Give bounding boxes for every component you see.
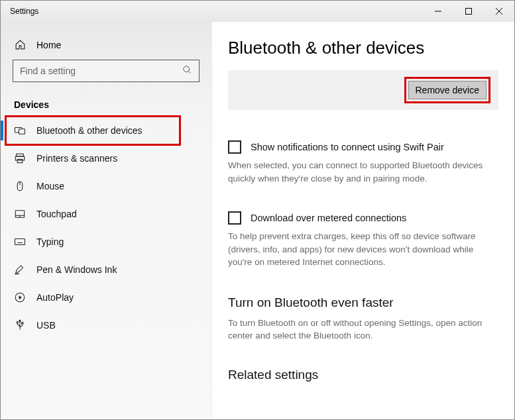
touchpad-icon [14, 208, 26, 220]
minimize-icon [435, 8, 441, 15]
sidebar-item-label: Pen & Windows Ink [36, 264, 117, 275]
sidebar-item-label: Typing [36, 236, 64, 247]
metered-option: Download over metered connections [228, 211, 498, 225]
metered-description: To help prevent extra charges, keep this… [228, 230, 498, 269]
autoplay-icon [14, 291, 26, 303]
swift-pair-option: Show notifications to connect using Swif… [228, 140, 498, 154]
svg-rect-26 [22, 323, 23, 324]
svg-marker-23 [19, 295, 23, 299]
search-field[interactable] [20, 66, 182, 76]
home-label: Home [36, 40, 61, 50]
mouse-icon [14, 180, 26, 192]
svg-rect-7 [19, 129, 25, 134]
home-icon [14, 39, 26, 50]
window-controls [423, 1, 514, 22]
titlebar: Settings [1, 1, 514, 22]
sidebar-item-label: USB [36, 320, 56, 331]
faster-heading: Turn on Bluetooth even faster [228, 295, 498, 310]
sidebar-item-usb[interactable]: USB [1, 311, 211, 339]
svg-line-5 [188, 71, 190, 73]
svg-point-4 [184, 66, 190, 72]
close-icon [496, 8, 502, 15]
sidebar-item-pen[interactable]: Pen & Windows Ink [1, 256, 211, 284]
svg-rect-10 [17, 160, 23, 163]
minimize-button[interactable] [423, 1, 453, 22]
sidebar: Home Devices Bluetooth & other devices [1, 22, 211, 419]
pen-icon [14, 264, 26, 276]
svg-point-27 [17, 321, 18, 323]
swift-pair-checkbox[interactable] [228, 140, 241, 154]
faster-description: To turn Bluetooth on or off without open… [228, 317, 498, 342]
page-title: Bluetooth & other devices [228, 38, 498, 58]
highlight-box-remove: Remove device [404, 77, 491, 103]
sidebar-item-bluetooth[interactable]: Bluetooth & other devices [1, 117, 211, 144]
sidebar-item-label: Printers & scanners [36, 153, 117, 164]
sidebar-item-mouse[interactable]: Mouse [1, 172, 211, 200]
sidebar-item-label: Mouse [36, 181, 64, 191]
close-button[interactable] [484, 1, 514, 22]
sidebar-item-touchpad[interactable]: Touchpad [1, 200, 211, 228]
sidebar-item-autoplay[interactable]: AutoPlay [1, 284, 211, 311]
svg-rect-16 [15, 239, 25, 245]
usb-icon [14, 319, 26, 331]
keyboard-icon [14, 236, 26, 248]
window-title: Settings [1, 7, 423, 16]
search-icon [182, 65, 192, 78]
section-header-devices: Devices [1, 95, 211, 117]
sidebar-item-printers[interactable]: Printers & scanners [1, 144, 211, 172]
related-settings-heading: Related settings [228, 368, 498, 382]
svg-rect-8 [17, 154, 24, 156]
home-button[interactable]: Home [1, 35, 211, 60]
metered-checkbox[interactable] [228, 211, 241, 225]
svg-rect-1 [466, 8, 472, 14]
sidebar-item-label: Bluetooth & other devices [36, 125, 143, 136]
sidebar-item-label: AutoPlay [36, 292, 74, 303]
device-banner: Remove device [228, 70, 498, 110]
maximize-icon [465, 8, 472, 15]
maximize-button[interactable] [453, 1, 484, 22]
metered-label: Download over metered connections [251, 213, 406, 223]
swift-pair-label: Show notifications to connect using Swif… [251, 142, 444, 152]
sidebar-item-label: Touchpad [36, 209, 77, 219]
main-content: Bluetooth & other devices Remove device … [211, 22, 514, 419]
search-input[interactable] [13, 60, 200, 82]
swift-pair-description: When selected, you can connect to suppor… [228, 159, 498, 185]
svg-point-25 [19, 320, 21, 321]
svg-rect-9 [15, 156, 25, 160]
remove-device-button[interactable]: Remove device [408, 81, 487, 99]
printer-icon [14, 152, 26, 164]
bluetooth-devices-icon [14, 125, 26, 136]
sidebar-item-typing[interactable]: Typing [1, 228, 211, 256]
